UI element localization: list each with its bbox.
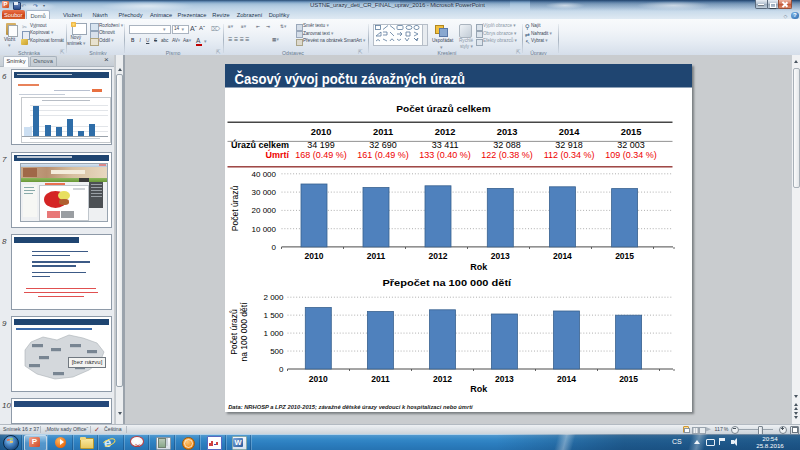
- svg-text:1 000: 1 000: [263, 329, 284, 338]
- svg-text:2014: 2014: [557, 374, 576, 384]
- svg-text:2014: 2014: [553, 251, 572, 261]
- svg-text:na 100 000 dětí: na 100 000 dětí: [239, 301, 249, 361]
- svg-text:1 500: 1 500: [263, 311, 284, 320]
- svg-text:32 088: 32 088: [493, 139, 521, 149]
- svg-text:2010: 2010: [309, 374, 328, 384]
- svg-text:122 (0.38 %): 122 (0.38 %): [481, 149, 533, 159]
- svg-text:30 000: 30 000: [252, 188, 277, 197]
- svg-text:20 000: 20 000: [252, 206, 277, 215]
- svg-text:133 (0.40 %): 133 (0.40 %): [419, 149, 471, 159]
- svg-text:2013: 2013: [491, 251, 510, 261]
- svg-text:2010: 2010: [305, 251, 324, 261]
- svg-text:2 000: 2 000: [263, 293, 284, 302]
- svg-text:Rok: Rok: [470, 262, 488, 272]
- svg-text:Počet úrazů: Počet úrazů: [229, 309, 239, 355]
- svg-text:2011: 2011: [367, 251, 386, 261]
- svg-text:161 (0.49 %): 161 (0.49 %): [357, 149, 409, 159]
- svg-text:Počet úrazů: Počet úrazů: [230, 185, 240, 231]
- svg-text:500: 500: [270, 346, 284, 355]
- svg-text:168 (0.49 %): 168 (0.49 %): [295, 149, 347, 159]
- svg-text:33 411: 33 411: [432, 139, 459, 149]
- svg-text:Data: NRHOSP a LPZ 2010-2015;: Data: NRHOSP a LPZ 2010-2015; závažné dě…: [228, 404, 474, 410]
- svg-text:2012: 2012: [435, 126, 456, 136]
- svg-text:2014: 2014: [559, 126, 581, 136]
- svg-text:34 199: 34 199: [307, 139, 335, 149]
- svg-text:32 003: 32 003: [617, 139, 645, 149]
- svg-text:10 000: 10 000: [252, 224, 277, 233]
- svg-text:Časový vývoj počtu závažných ú: Časový vývoj počtu závažných úrazů: [235, 70, 466, 87]
- svg-text:32 690: 32 690: [369, 139, 397, 149]
- svg-text:Úmrtí: Úmrtí: [265, 148, 289, 159]
- svg-text:32 918: 32 918: [555, 139, 583, 149]
- svg-text:2015: 2015: [619, 374, 638, 384]
- svg-text:2012: 2012: [429, 251, 448, 261]
- svg-text:40 000: 40 000: [252, 169, 277, 178]
- svg-text:2012: 2012: [433, 374, 452, 384]
- svg-text:2011: 2011: [371, 374, 390, 384]
- svg-text:2013: 2013: [497, 126, 518, 136]
- svg-text:2015: 2015: [621, 126, 642, 136]
- svg-text:112 (0.34 %): 112 (0.34 %): [544, 149, 595, 159]
- svg-text:2013: 2013: [495, 374, 514, 384]
- svg-text:Úrazů celkem: Úrazů celkem: [231, 138, 289, 149]
- svg-text:0: 0: [279, 364, 284, 373]
- svg-text:2010: 2010: [311, 126, 332, 136]
- svg-text:109 (0.34 %): 109 (0.34 %): [605, 149, 657, 159]
- svg-text:Rok: Rok: [470, 383, 488, 393]
- svg-text:0: 0: [272, 242, 277, 251]
- svg-text:Přepočet na 100 000 dětí: Přepočet na 100 000 dětí: [382, 277, 511, 288]
- svg-text:2011: 2011: [373, 126, 393, 136]
- svg-text:Počet úrazů celkem: Počet úrazů celkem: [396, 102, 491, 113]
- svg-text:2015: 2015: [615, 251, 634, 261]
